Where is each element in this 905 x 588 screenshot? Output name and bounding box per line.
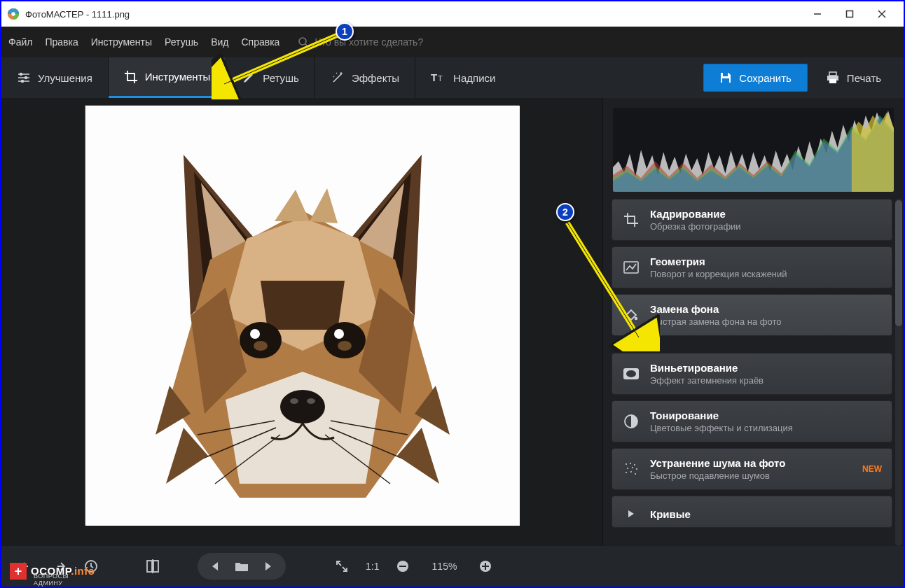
svg-rect-18: [722, 78, 729, 83]
canvas-area[interactable]: [1, 98, 602, 546]
svg-point-62: [630, 463, 631, 464]
curves-icon: [622, 505, 640, 523]
compare-button[interactable]: [140, 554, 165, 579]
file-nav: [198, 553, 286, 580]
image-preview[interactable]: [85, 105, 519, 525]
svg-point-38: [334, 329, 344, 339]
svg-rect-72: [147, 561, 152, 572]
zoom-out-button[interactable]: [390, 554, 415, 579]
panel-denoise[interactable]: Устранение шума на фотоБыстрое подавлени…: [612, 448, 892, 490]
panel-title: Кривые: [650, 508, 691, 520]
window-maximize-button[interactable]: [834, 4, 866, 24]
svg-line-84: [224, 35, 338, 84]
text-icon: TT: [431, 71, 446, 85]
tab-enhance[interactable]: Улучшения: [1, 57, 109, 98]
svg-rect-73: [153, 561, 158, 572]
new-badge: NEW: [862, 464, 882, 474]
callout-badge-2: 2: [556, 203, 574, 221]
panel-scrollbar-thumb[interactable]: [895, 200, 902, 326]
svg-point-63: [634, 464, 635, 465]
svg-rect-81: [485, 563, 486, 570]
svg-point-43: [307, 398, 315, 404]
svg-point-1: [11, 12, 15, 15]
tab-label: Инструменты: [145, 71, 211, 83]
svg-marker-34: [261, 281, 345, 330]
panel-toning[interactable]: ТонированиеЦветовые эффекты и стилизация: [612, 400, 892, 442]
save-button[interactable]: Сохранить: [703, 64, 808, 92]
menu-edit[interactable]: Правка: [45, 36, 78, 48]
print-button[interactable]: Печать: [816, 64, 891, 91]
app-logo-icon: [7, 8, 20, 20]
prev-file-button[interactable]: [205, 556, 226, 577]
svg-marker-75: [212, 562, 218, 570]
window-title: ФотоМАСТЕР - 1111.png: [25, 9, 130, 20]
svg-point-41: [280, 390, 325, 424]
svg-rect-3: [847, 11, 853, 18]
panel-vignette[interactable]: ВиньетированиеЭффект затемнения краёв: [612, 353, 892, 395]
panel-title: Кадрирование: [650, 208, 741, 220]
panel-title: Виньетирование: [650, 362, 764, 374]
panel-sub: Обрезка фотографии: [650, 221, 741, 232]
panel-title: Замена фона: [650, 303, 781, 315]
sliders-icon: [17, 71, 31, 85]
menu-retouch[interactable]: Ретушь: [165, 36, 198, 48]
svg-text:T: T: [431, 71, 437, 83]
zoom-in-button[interactable]: [473, 554, 498, 579]
tab-tools[interactable]: Инструменты: [109, 57, 227, 98]
svg-point-61: [626, 463, 627, 465]
panel-title: Тонирование: [650, 410, 793, 421]
vignette-icon: [622, 365, 640, 383]
panel-title: Устранение шума на фото: [650, 457, 785, 469]
svg-rect-17: [723, 73, 728, 76]
tab-label: Надписи: [453, 72, 495, 84]
panel-title: Геометрия: [650, 255, 787, 267]
watermark-plus-icon: +: [10, 563, 27, 580]
next-file-button[interactable]: [258, 556, 279, 577]
menu-bar: Файл Правка Инструменты Ретушь Вид Справ…: [1, 27, 904, 57]
svg-point-11: [20, 74, 22, 76]
panel-sub: Быстрая замена фона на фото: [650, 316, 781, 327]
tab-label: Улучшения: [38, 72, 92, 84]
menu-file[interactable]: Файл: [8, 36, 32, 48]
svg-point-39: [254, 341, 268, 351]
svg-marker-76: [265, 562, 271, 570]
histogram[interactable]: [613, 108, 894, 192]
main-toolbar: Улучшения Инструменты Ретушь Эффекты TT …: [1, 57, 904, 98]
window-minimize-button[interactable]: [801, 4, 834, 24]
svg-point-66: [636, 468, 637, 470]
tab-text[interactable]: TT Надписи: [415, 57, 511, 98]
svg-point-59: [626, 370, 636, 377]
panel-sub: Быстрое подавление шумов: [650, 470, 785, 481]
callout-arrow-2: [562, 218, 660, 351]
watermark: + OCOMP.info ВОПРОСЫ АДМИНУ: [10, 563, 95, 580]
svg-point-37: [250, 329, 260, 339]
crop-icon: [124, 70, 138, 84]
open-folder-button[interactable]: [231, 556, 252, 577]
svg-point-36: [324, 322, 366, 358]
svg-point-12: [25, 77, 27, 79]
window-titlebar: ФотоМАСТЕР - 1111.png: [1, 1, 904, 27]
save-label: Сохранить: [739, 72, 792, 84]
svg-point-42: [290, 398, 298, 404]
svg-point-35: [240, 322, 282, 358]
callout-badge-1: 1: [336, 22, 354, 41]
zoom-fit-label[interactable]: 1:1: [366, 561, 379, 572]
window-close-button[interactable]: [866, 4, 898, 24]
svg-rect-21: [829, 79, 836, 83]
svg-marker-70: [628, 510, 634, 517]
tone-icon: [622, 412, 640, 430]
menu-tools[interactable]: Инструменты: [91, 36, 152, 48]
status-bar: 1:1 115%: [1, 546, 904, 587]
panel-sub: Цветовые эффекты и стилизация: [650, 423, 793, 433]
fit-screen-button[interactable]: [329, 554, 354, 579]
svg-point-64: [627, 468, 628, 469]
noise-icon: [622, 460, 640, 478]
svg-point-13: [22, 80, 24, 83]
tab-label: Эффекты: [352, 72, 399, 84]
svg-point-69: [635, 473, 636, 475]
panel-sub: Эффект затемнения краёв: [650, 375, 764, 386]
panel-sub: Поворот и коррекция искажений: [650, 269, 787, 279]
panel-curves[interactable]: Кривые: [612, 496, 892, 528]
zoom-value: 115%: [427, 561, 462, 572]
svg-point-68: [630, 471, 632, 472]
